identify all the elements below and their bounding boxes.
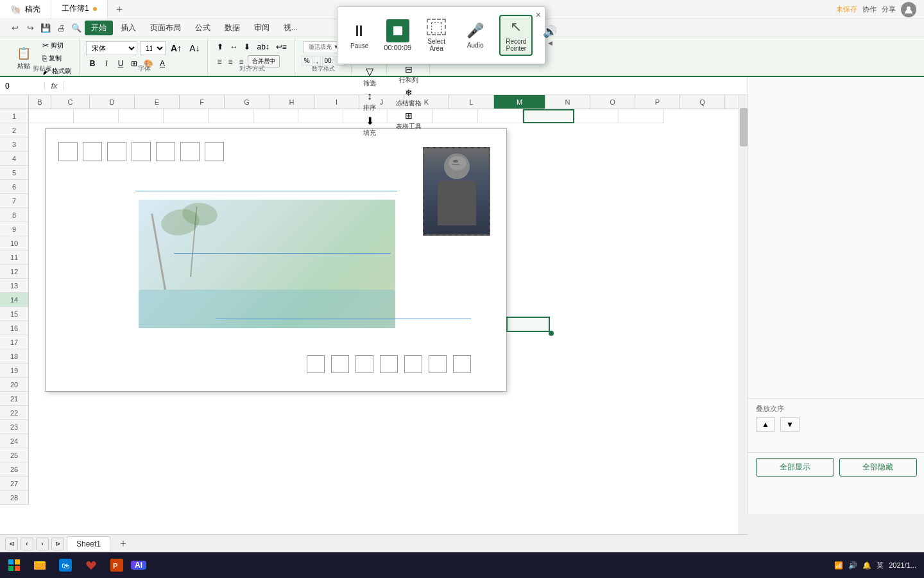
cell-c1[interactable]	[74, 109, 119, 123]
taskbar-ai-button[interactable]: Ai	[131, 561, 146, 570]
row-header-10[interactable]: 10	[0, 236, 29, 250]
cell-o1[interactable]	[619, 109, 664, 123]
cell-reference-box[interactable]: 0	[0, 82, 45, 91]
taskbar-volume-icon[interactable]: 🔊	[848, 561, 857, 570]
row-header-1[interactable]: 1	[0, 109, 29, 123]
row-header-8[interactable]: 8	[0, 208, 29, 222]
active-cell-m14[interactable]	[506, 317, 550, 332]
col-header-b[interactable]: B	[29, 95, 51, 109]
menu-insert[interactable]: 插入	[114, 21, 142, 35]
italic-button[interactable]: I	[100, 58, 113, 69]
cell-m1[interactable]	[523, 109, 574, 123]
row-header-7[interactable]: 7	[0, 194, 29, 208]
taskbar-store[interactable]: 🛍	[54, 554, 77, 577]
nav-first-sheet[interactable]: ⊲	[5, 538, 18, 550]
cell-g1[interactable]	[253, 109, 298, 123]
underline-button[interactable]: U	[114, 58, 127, 69]
layer-up-button[interactable]: ▲	[756, 417, 775, 432]
row-header-26[interactable]: 26	[0, 462, 29, 477]
row-header-23[interactable]: 23	[0, 420, 29, 434]
select-area-button[interactable]: ⬚ SelectArea	[422, 16, 451, 55]
row-header-2[interactable]: 2	[0, 123, 29, 137]
bold-button[interactable]: B	[86, 58, 99, 69]
vertical-scrollbar[interactable]	[739, 95, 748, 546]
redo-button[interactable]: ↪	[23, 21, 37, 35]
search-icon[interactable]: 🔍	[69, 21, 83, 35]
col-header-n[interactable]: N	[545, 95, 590, 109]
comma-format[interactable]: ,	[314, 56, 321, 66]
row-header-11[interactable]: 11	[0, 250, 29, 265]
row-header-9[interactable]: 9	[0, 222, 29, 236]
row-header-28[interactable]: 28	[0, 491, 29, 505]
cell-l1[interactable]	[478, 109, 523, 123]
hide-all-button[interactable]: 全部隐藏	[839, 458, 918, 477]
menu-formula[interactable]: 公式	[189, 21, 217, 35]
menu-view[interactable]: 视...	[277, 21, 304, 35]
row-header-5[interactable]: 5	[0, 166, 29, 180]
percent-format[interactable]: %	[302, 56, 312, 66]
row-header-22[interactable]: 22	[0, 406, 29, 420]
menu-data[interactable]: 数据	[218, 21, 246, 35]
volume-icon[interactable]: 🔊	[543, 24, 557, 39]
cell-h1[interactable]	[298, 109, 343, 123]
filter-button[interactable]: ▽ 筛选	[358, 64, 381, 89]
row-header-18[interactable]: 18	[0, 349, 29, 363]
align-center-button[interactable]: ≡	[225, 55, 235, 67]
copy-button[interactable]: ⎘ 复制	[40, 53, 74, 64]
font-size-increase[interactable]: A↑	[168, 42, 184, 55]
number-field[interactable]: 00	[322, 56, 334, 66]
cell-b1[interactable]	[29, 109, 74, 123]
print-button[interactable]: 🖨	[54, 21, 68, 35]
row-col-button[interactable]: ⊟ 行和列	[397, 63, 421, 86]
row-header-17[interactable]: 17	[0, 335, 29, 349]
row-header-16[interactable]: 16	[0, 321, 29, 335]
save-button[interactable]: 💾	[38, 21, 53, 35]
freeze-button[interactable]: ❄ 冻结窗格	[393, 86, 424, 109]
scrollbar-thumb[interactable]	[740, 108, 748, 146]
taskbar-health[interactable]	[80, 554, 103, 577]
taskbar-start[interactable]	[3, 554, 26, 577]
wrap-text-button[interactable]: ↩≡	[273, 41, 289, 53]
record-popup-close[interactable]: ×	[536, 10, 541, 20]
undo-button[interactable]: ↩	[8, 21, 22, 35]
row-header-14[interactable]: 14	[0, 293, 29, 307]
audio-button[interactable]: 🎤 Audio	[461, 20, 489, 51]
row-header-20[interactable]: 20	[0, 378, 29, 392]
font-size-select[interactable]: 11	[140, 41, 166, 55]
row-header-27[interactable]: 27	[0, 477, 29, 491]
row-header-4[interactable]: 4	[0, 152, 29, 166]
col-header-h[interactable]: H	[270, 95, 314, 109]
taskbar-explorer[interactable]	[28, 554, 51, 577]
row-header-21[interactable]: 21	[0, 392, 29, 406]
pause-button[interactable]: ⏸ Pause	[345, 19, 373, 52]
row-header-15[interactable]: 15	[0, 307, 29, 321]
col-header-p[interactable]: P	[635, 95, 680, 109]
align-top-button[interactable]: ⬆	[214, 41, 226, 53]
cell-n1[interactable]	[574, 109, 619, 123]
col-header-l[interactable]: L	[449, 95, 494, 109]
col-header-c[interactable]: C	[51, 95, 90, 109]
fill-button[interactable]: ⬇ 填充	[358, 114, 381, 139]
col-header-m[interactable]: M	[494, 95, 545, 109]
layer-down-button[interactable]: ▼	[780, 417, 800, 432]
align-left-button[interactable]: ≡	[214, 55, 224, 67]
record-pointer-button[interactable]: ↖ RecordPointer	[499, 15, 533, 56]
menu-review[interactable]: 审阅	[248, 21, 276, 35]
taskbar-powerpoint[interactable]: P	[105, 554, 128, 577]
font-size-decrease[interactable]: A↓	[187, 42, 202, 55]
col-header-q[interactable]: Q	[680, 95, 725, 109]
col-header-i[interactable]: I	[314, 95, 359, 109]
sort-button[interactable]: ↕ 排序	[358, 89, 381, 114]
row-header-12[interactable]: 12	[0, 265, 29, 279]
add-sheet-button[interactable]: ＋	[113, 536, 133, 552]
cooperate-btn[interactable]: 协作	[862, 4, 877, 14]
col-header-g[interactable]: G	[225, 95, 270, 109]
font-color-button[interactable]: A	[157, 58, 167, 69]
font-name-select[interactable]: 宋体	[86, 41, 137, 55]
text-direction-button[interactable]: ab↕	[254, 41, 271, 53]
show-all-button[interactable]: 全部显示	[756, 458, 834, 477]
timer-stop-icon[interactable]	[386, 19, 409, 42]
menu-home[interactable]: 开始	[85, 21, 113, 35]
share-btn[interactable]: 分享	[882, 4, 896, 14]
nav-next-sheet[interactable]: ›	[36, 538, 49, 550]
